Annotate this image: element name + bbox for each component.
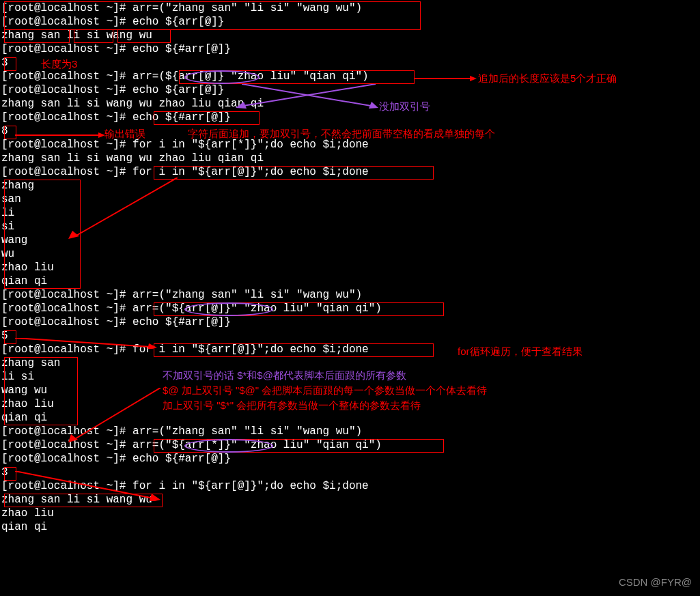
terminal-line: [root@localhost ~]# echo ${#arr[@]}	[1, 452, 700, 466]
terminal-line: 3	[1, 56, 700, 70]
terminal-line: zhang san li si wang wu zhao liu qian qi	[1, 152, 700, 165]
annotation-text: 不加双引号的话 $*和$@都代表脚本后面跟的所有参数	[163, 369, 406, 382]
annotation-text: for循环遍历，便于查看结果	[458, 345, 583, 358]
terminal-line: zhang san	[1, 356, 700, 370]
terminal-line: 5	[1, 329, 700, 343]
annotation-text: 字符后面追加，要加双引号，不然会把前面带空格的看成单独的每个	[188, 127, 495, 141]
annotation-text: 长度为3	[41, 57, 77, 71]
terminal-line: [root@localhost ~]# echo ${arr[@]}	[1, 83, 700, 97]
annotation-text: 输出错误	[104, 127, 145, 141]
terminal-line: [root@localhost ~]# arr=("zhang san" "li…	[1, 1, 700, 15]
terminal-line: wang	[1, 233, 700, 247]
terminal-line: [root@localhost ~]# arr=("zhang san" "li…	[1, 288, 700, 302]
annotation-text: 追加后的长度应该是5个才正确	[478, 72, 617, 85]
terminal-line: [root@localhost ~]# arr=("zhang san" "li…	[1, 425, 700, 438]
terminal-line: qian qi	[1, 411, 700, 425]
terminal-line: zhang san li si wang wu	[1, 29, 700, 42]
terminal-line: qian qi	[1, 520, 700, 534]
terminal-line: [root@localhost ~]# for i in "${arr[@]}"…	[1, 479, 700, 493]
terminal-line: qian qi	[1, 274, 700, 288]
annotation-text: 加上双引号 "$*" 会把所有参数当做一个整体的参数去看待	[163, 399, 421, 412]
terminal-line: san	[1, 193, 700, 206]
watermark: CSDN @FYR@	[619, 576, 692, 589]
terminal-line: [root@localhost ~]# arr=("${arr[*]}" "zh…	[1, 438, 700, 452]
terminal-line: [root@localhost ~]# for i in "${arr[@]}"…	[1, 343, 700, 356]
terminal-line: [root@localhost ~]# echo ${arr[@]}	[1, 15, 700, 29]
terminal-line: zhao liu	[1, 261, 700, 274]
terminal-line: [root@localhost ~]# arr=("${arr[@]}" "zh…	[1, 302, 700, 315]
terminal-line: [root@localhost ~]# echo ${#arr[@]}	[1, 111, 700, 124]
terminal-line: [root@localhost ~]# echo ${#arr[@]}	[1, 315, 700, 329]
terminal-line: wu	[1, 247, 700, 261]
terminal-line: [root@localhost ~]# for i in "${arr[@]}"…	[1, 165, 700, 179]
terminal-line: si	[1, 220, 700, 233]
terminal-line: zhang san li si wang wu	[1, 493, 700, 507]
terminal-window[interactable]: [root@localhost ~]# arr=("zhang san" "li…	[0, 0, 700, 596]
terminal-line: zhang san li si wang wu zhao liu qian qi	[1, 97, 700, 111]
annotation-text: 没加双引号	[379, 100, 430, 113]
terminal-line: [root@localhost ~]# echo ${#arr[@]}	[1, 42, 700, 56]
terminal-line: zhao liu	[1, 507, 700, 520]
terminal-line: li	[1, 206, 700, 220]
terminal-line: zhang	[1, 179, 700, 193]
terminal-line: 3	[1, 466, 700, 479]
annotation-text: $@ 加上双引号 "$@" 会把脚本后面跟的每一个参数当做一个个体去看待	[163, 384, 487, 397]
